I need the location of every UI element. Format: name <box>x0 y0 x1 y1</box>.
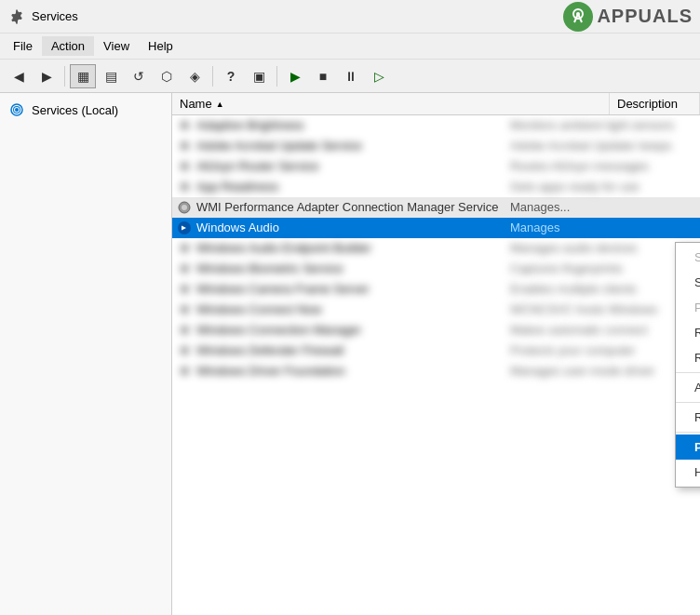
ctx-help[interactable]: Help <box>676 460 700 485</box>
help-icon: ? <box>227 69 236 84</box>
toolbar-sep-2 <box>212 66 213 87</box>
toolbar-sep-1 <box>64 66 65 87</box>
extended-view-button[interactable]: ▤ <box>98 64 124 88</box>
ctx-refresh-label: Refresh <box>694 410 700 424</box>
ctx-resume-label: Resume <box>694 326 700 340</box>
service-icon: ⚙ <box>176 179 193 195</box>
ctx-all-tasks-label: All Tasks <box>694 381 700 394</box>
export-button[interactable]: ⬡ <box>154 64 180 88</box>
table-row[interactable]: ⚙ Windows Camera Frame Server Enables mu… <box>172 279 700 300</box>
table-row-windows-audio[interactable]: Windows Audio Manages <box>172 218 700 238</box>
table-row[interactable]: ⚙ Windows Driver Foundation Manages user… <box>172 361 700 381</box>
forward-button[interactable]: ▶ <box>34 64 60 88</box>
toolbar: ◀ ▶ ▦ ▤ ↺ ⬡ ◈ ? ▣ ▶ ■ ⏸ ▷ <box>0 60 700 93</box>
ctx-restart[interactable]: Restart <box>676 345 700 370</box>
table-row[interactable]: ⚙ App Readiness Gets apps ready for use <box>172 177 700 197</box>
service-icon: ⚙ <box>176 281 193 298</box>
menu-action[interactable]: Action <box>42 36 94 56</box>
toolbar-sep-3 <box>276 66 277 87</box>
ctx-sep-2 <box>676 402 700 403</box>
service-icon: ⚙ <box>176 363 193 380</box>
table-row[interactable]: ⚙ AllJoyn Router Service Routes AllJoyn … <box>172 156 700 177</box>
back-icon: ◀ <box>14 69 24 84</box>
service-icon: ⚙ <box>176 322 193 339</box>
svg-point-3 <box>576 12 580 16</box>
main-layout: Services (Local) Name ▲ Description ⚙ Ad… <box>0 93 700 615</box>
properties-icon: ◈ <box>190 69 200 84</box>
view-options-button[interactable]: ▣ <box>246 64 272 88</box>
play-icon: ▶ <box>290 69 301 84</box>
table-row[interactable]: WMI Performance Adapter Connection Manag… <box>172 197 700 218</box>
ctx-all-tasks[interactable]: All Tasks › <box>676 375 700 400</box>
services-local-icon <box>7 100 26 119</box>
table-row[interactable]: ⚙ Adobe Acrobat Update Service Adobe Acr… <box>172 136 700 156</box>
service-icon: ⚙ <box>176 301 193 318</box>
service-icon: ⚙ <box>176 158 193 175</box>
context-menu: Start Stop Pause Resume Restart All Task… <box>675 242 700 488</box>
resume-icon: ▷ <box>374 69 384 84</box>
table-row[interactable]: ⚙ Windows Biometric Service Captures fin… <box>172 259 700 279</box>
sidebar: Services (Local) <box>0 93 172 615</box>
refresh-button[interactable]: ↺ <box>126 64 152 88</box>
standard-view-icon: ▦ <box>77 69 89 84</box>
service-icon: ⚙ <box>176 342 193 359</box>
resume-button[interactable]: ▷ <box>366 64 392 88</box>
forward-icon: ▶ <box>42 69 52 84</box>
appuals-text: APPUALS <box>597 6 693 27</box>
windows-audio-icon <box>176 220 193 236</box>
pause-icon: ⏸ <box>344 69 357 84</box>
export-icon: ⬡ <box>161 69 172 84</box>
title-bar-icon <box>7 7 26 26</box>
table-row[interactable]: ⚙ Windows Connect Now WCNCSVC hosts Wind… <box>172 300 700 320</box>
menu-file[interactable]: File <box>4 36 42 56</box>
col-header-name[interactable]: Name ▲ <box>172 93 610 114</box>
standard-view-button[interactable]: ▦ <box>70 64 96 88</box>
column-headers: Name ▲ Description <box>172 93 700 115</box>
refresh-icon: ↺ <box>133 69 144 84</box>
back-button[interactable]: ◀ <box>6 64 32 88</box>
ctx-restart-label: Restart <box>694 351 700 365</box>
service-list[interactable]: ⚙ Adaptive Brightness Monitors ambient l… <box>172 115 700 615</box>
menu-help[interactable]: Help <box>139 36 182 56</box>
properties-button[interactable]: ◈ <box>182 64 208 88</box>
table-row[interactable]: ⚙ Windows Connection Manager Makes autom… <box>172 320 700 341</box>
ctx-sep-1 <box>676 372 700 373</box>
stop-button[interactable]: ■ <box>310 64 336 88</box>
ctx-sep-3 <box>676 432 700 433</box>
title-bar: Services APPUALS <box>0 0 700 33</box>
svg-point-8 <box>182 205 187 210</box>
sort-arrow: ▲ <box>216 100 224 109</box>
ctx-stop[interactable]: Stop <box>676 270 700 295</box>
ctx-refresh[interactable]: Refresh <box>676 405 700 430</box>
play-button[interactable]: ▶ <box>282 64 308 88</box>
table-row[interactable]: ⚙ Windows Audio Endpoint Builder Manages… <box>172 238 700 259</box>
table-row[interactable]: ⚙ Adaptive Brightness Monitors ambient l… <box>172 115 700 136</box>
pause-button[interactable]: ⏸ <box>338 64 364 88</box>
ctx-start-label: Start <box>694 250 700 264</box>
service-icon: ⚙ <box>176 261 193 277</box>
ctx-properties-label: Properties <box>694 440 700 454</box>
menu-view[interactable]: View <box>94 36 139 56</box>
service-icon: ⚙ <box>176 240 193 257</box>
ctx-pause-label: Pause <box>694 301 700 314</box>
help-button[interactable]: ? <box>218 64 244 88</box>
sidebar-item-services-local[interactable]: Services (Local) <box>0 97 171 123</box>
appuals-logo: APPUALS <box>563 2 693 32</box>
stop-icon: ■ <box>319 69 327 84</box>
service-icon: ⚙ <box>176 117 193 134</box>
ctx-pause[interactable]: Pause <box>676 295 700 320</box>
ctx-help-label: Help <box>694 465 700 479</box>
menu-bar: File Action View Help <box>0 33 700 60</box>
sidebar-services-local-label: Services (Local) <box>32 103 118 117</box>
appuals-a-icon <box>563 2 593 32</box>
ctx-properties[interactable]: Properties <box>676 435 700 460</box>
col-header-description[interactable]: Description <box>610 93 700 114</box>
content-area: Name ▲ Description ⚙ Adaptive Brightness… <box>172 93 700 615</box>
extended-view-icon: ▤ <box>105 69 117 84</box>
table-row[interactable]: ⚙ Windows Defender Firewall Protects you… <box>172 341 700 361</box>
ctx-start[interactable]: Start <box>676 245 700 270</box>
window-title: Services <box>32 9 78 23</box>
ctx-stop-label: Stop <box>694 275 700 289</box>
ctx-resume[interactable]: Resume <box>676 320 700 345</box>
service-icon <box>176 199 193 216</box>
